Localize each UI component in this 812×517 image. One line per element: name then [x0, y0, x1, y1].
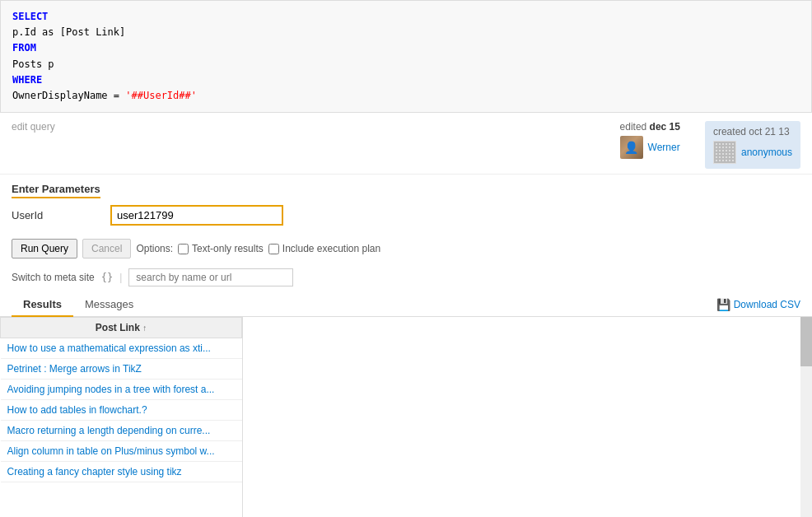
sql-line-select-col: p.Id as [Post Link]	[12, 26, 125, 38]
werner-user-link[interactable]: Werner	[648, 142, 680, 153]
table-row: Macro returning a length depending on cu…	[1, 421, 242, 441]
werner-avatar-img: 👤	[620, 136, 643, 159]
params-title: Enter Parameters	[12, 183, 100, 198]
post-link-cell[interactable]: Macro returning a length depending on cu…	[7, 425, 230, 436]
created-label: created oct 21 13	[713, 126, 790, 137]
edited-card: edited dec 15 👤 Werner	[620, 121, 680, 159]
download-icon: 💾	[716, 298, 730, 311]
param-row-userid: UserId	[12, 205, 800, 226]
tabs-row: Results Messages 💾 Download CSV	[0, 293, 812, 317]
tab-messages[interactable]: Messages	[73, 293, 145, 317]
params-section: Enter Parameters UserId	[0, 175, 812, 235]
table-row: How to use a mathematical expression as …	[1, 338, 242, 359]
param-label-userid: UserId	[12, 209, 110, 221]
text-only-checkbox-label[interactable]: Text-only results	[178, 243, 264, 254]
download-csv-link[interactable]: 💾 Download CSV	[716, 298, 800, 311]
col-label-post-link: Post Link	[96, 322, 140, 333]
text-only-label: Text-only results	[192, 243, 264, 254]
results-table: Post Link ↑ How to use a mathematical ex…	[0, 317, 242, 482]
post-link-cell[interactable]: How to use a mathematical expression as …	[7, 342, 230, 354]
table-row: Avoiding jumping nodes in a tree with fo…	[1, 380, 242, 400]
results-table-area: Post Link ↑ How to use a mathematical ex…	[0, 317, 243, 517]
edited-label: edited dec 15	[620, 121, 680, 133]
tabs-left: Results Messages	[12, 293, 145, 316]
run-query-button[interactable]: Run Query	[12, 239, 77, 258]
table-row: How to add tables in flowchart.?	[1, 400, 242, 421]
post-link-cell[interactable]: Align column in table on Plus/minus symb…	[7, 445, 230, 457]
options-label: Options:	[136, 243, 173, 254]
results-content-area	[243, 317, 812, 517]
sql-keyword-where: WHERE	[12, 74, 42, 86]
anon-avatar	[713, 141, 736, 164]
edited-user: 👤 Werner	[620, 136, 680, 159]
post-link-cell[interactable]: Avoiding jumping nodes in a tree with fo…	[7, 384, 230, 395]
edit-query-link[interactable]: edit query	[12, 121, 55, 133]
table-row: Petrinet : Merge arrows in TikZ	[1, 359, 242, 380]
werner-avatar: 👤	[620, 136, 643, 159]
col-post-link[interactable]: Post Link ↑	[1, 318, 242, 338]
results-wrapper: Post Link ↑ How to use a mathematical ex…	[0, 317, 812, 517]
pipe-divider: |	[119, 272, 122, 283]
scrollbar-thumb[interactable]	[800, 317, 812, 366]
sort-arrow-post-link: ↑	[142, 324, 147, 333]
post-link-cell[interactable]: How to add tables in flowchart.?	[7, 404, 230, 416]
download-csv-label: Download CSV	[734, 299, 800, 310]
exec-plan-checkbox[interactable]	[268, 244, 279, 254]
sql-code-block: SELECT p.Id as [Post Link] FROM Posts p …	[0, 0, 812, 113]
sql-keyword-from: FROM	[12, 42, 36, 54]
edit-row: edit query edited dec 15 👤 Werner create…	[0, 113, 812, 175]
meta-site-row: Switch to meta site {} |	[0, 265, 812, 293]
sql-keyword-select: SELECT	[12, 11, 48, 22]
switch-meta-site-link[interactable]: Switch to meta site	[12, 272, 95, 283]
exec-plan-checkbox-label[interactable]: Include execution plan	[268, 243, 380, 254]
anon-pattern	[714, 142, 735, 163]
sql-line-from-table: Posts p	[12, 58, 54, 70]
created-card: created oct 21 13 anonymous	[705, 121, 800, 169]
buttons-row: Run Query Cancel Options: Text-only resu…	[0, 235, 812, 265]
table-row: Creating a fancy chapter style using tik…	[1, 462, 242, 482]
search-input[interactable]	[128, 268, 293, 286]
scrollbar[interactable]	[800, 317, 812, 517]
tab-results[interactable]: Results	[12, 293, 73, 317]
post-link-cell[interactable]: Petrinet : Merge arrows in TikZ	[7, 363, 230, 375]
exec-plan-label: Include execution plan	[282, 243, 380, 254]
meta-site-icon: {}	[101, 272, 113, 283]
sql-line-where-cond: OwnerDisplayName = '##UserId##'	[12, 90, 197, 101]
meta-right: edited dec 15 👤 Werner created oct 21 13…	[620, 121, 800, 169]
text-only-checkbox[interactable]	[178, 244, 189, 254]
created-user: anonymous	[713, 141, 792, 164]
param-input-userid[interactable]	[110, 205, 283, 226]
table-row: Align column in table on Plus/minus symb…	[1, 441, 242, 462]
anon-user-link[interactable]: anonymous	[741, 147, 792, 158]
cancel-button[interactable]: Cancel	[82, 239, 131, 258]
post-link-cell[interactable]: Creating a fancy chapter style using tik…	[7, 466, 230, 477]
